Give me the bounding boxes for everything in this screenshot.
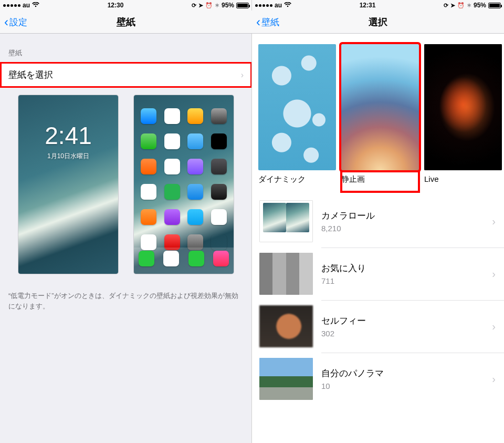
clock: 12:31 — [360, 2, 376, 9]
status-bar: au 12:30 ⟳ ➤ ⏰ ✶ 95% — [0, 0, 252, 11]
alarm-icon: ⏰ — [457, 2, 465, 9]
carrier-label: au — [275, 2, 282, 9]
signal-dots-icon — [255, 4, 272, 7]
wifi-icon — [32, 2, 39, 8]
album-thumb — [259, 358, 313, 400]
orientation-lock-icon: ⟳ — [192, 2, 196, 9]
category-label: Live — [424, 174, 502, 191]
album-name: 自分のパノラマ — [321, 367, 492, 379]
lock-time: 2:41 — [18, 121, 118, 150]
chevron-right-icon: › — [492, 268, 497, 280]
back-button[interactable]: ‹ 設定 — [4, 11, 27, 34]
album-count: 8,210 — [321, 224, 492, 233]
album-count: 711 — [321, 276, 492, 285]
home-dock — [134, 248, 234, 274]
battery-pct: 95% — [222, 2, 234, 9]
nav-bar: ‹ 壁紙 選択 — [252, 11, 504, 34]
album-name: お気に入り — [321, 262, 492, 274]
album-list: カメラロール 8,210 › お気に入り 711 › セルフィー 302 — [252, 195, 504, 405]
album-count: 10 — [321, 382, 492, 390]
album-panoramas[interactable]: 自分のパノラマ 10 › — [252, 353, 504, 405]
section-header: 壁紙 — [0, 34, 252, 62]
screen-wallpaper-settings: au 12:30 ⟳ ➤ ⏰ ✶ 95% ‹ 設定 壁紙 壁紙 — [0, 0, 252, 443]
screen-wallpaper-picker: au 12:31 ⟳ ➤ ⏰ ✶ 95% ‹ 壁紙 選択 — [252, 0, 504, 443]
choose-wallpaper-cell[interactable]: 壁紙を選択 › — [0, 62, 252, 88]
wallpaper-categories: ダイナミック 静止画 Live — [252, 34, 504, 195]
chevron-left-icon: ‹ — [4, 16, 8, 28]
page-title: 選択 — [369, 16, 387, 28]
category-thumb — [258, 44, 336, 170]
home-screen-preview[interactable] — [134, 95, 234, 274]
page-title: 壁紙 — [117, 16, 135, 28]
album-name: カメラロール — [321, 210, 492, 222]
album-selfies[interactable]: セルフィー 302 › — [252, 300, 504, 353]
alarm-icon: ⏰ — [205, 2, 213, 9]
clock: 12:30 — [108, 2, 124, 9]
album-name: セルフィー — [321, 315, 492, 327]
wifi-icon — [284, 2, 291, 8]
category-thumb — [341, 44, 419, 170]
album-thumb — [259, 305, 313, 347]
category-still[interactable]: 静止画 — [341, 44, 419, 192]
nav-bar: ‹ 設定 壁紙 — [0, 11, 252, 34]
chevron-right-icon: › — [492, 321, 497, 333]
low-power-footnote: “低電力モード”がオンのときは、ダイナミックの壁紙および視差効果が無効になります… — [0, 286, 252, 315]
album-favorites[interactable]: お気に入り 711 › — [252, 248, 504, 300]
wallpaper-preview-area: 2:41 1月10日水曜日 — [0, 88, 252, 286]
bluetooth-icon: ✶ — [215, 2, 219, 9]
album-thumb — [259, 200, 313, 242]
battery-pct: 95% — [474, 2, 486, 9]
back-button[interactable]: ‹ 壁紙 — [256, 11, 279, 34]
location-icon: ➤ — [450, 2, 455, 9]
bluetooth-icon: ✶ — [467, 2, 471, 9]
category-label: 静止画 — [341, 174, 419, 192]
album-camera-roll[interactable]: カメラロール 8,210 › — [252, 195, 504, 248]
battery-icon — [236, 3, 249, 8]
category-label: ダイナミック — [258, 174, 336, 192]
lock-screen-preview[interactable]: 2:41 1月10日水曜日 — [18, 95, 118, 274]
battery-icon — [488, 3, 501, 8]
lock-date: 1月10日水曜日 — [18, 152, 118, 161]
status-bar: au 12:31 ⟳ ➤ ⏰ ✶ 95% — [252, 0, 504, 11]
chevron-right-icon: › — [492, 373, 497, 385]
category-live[interactable]: Live — [424, 44, 502, 192]
chevron-left-icon: ‹ — [256, 16, 260, 28]
chevron-right-icon: › — [492, 215, 497, 228]
chevron-right-icon: › — [241, 70, 244, 80]
orientation-lock-icon: ⟳ — [444, 2, 448, 9]
choose-wallpaper-label: 壁紙を選択 — [8, 69, 53, 81]
home-app-grid — [139, 106, 228, 248]
back-label: 設定 — [9, 16, 27, 28]
album-thumb — [259, 253, 313, 295]
back-label: 壁紙 — [261, 16, 279, 28]
carrier-label: au — [23, 2, 30, 9]
signal-dots-icon — [3, 4, 20, 7]
location-icon: ➤ — [198, 2, 203, 9]
category-thumb — [424, 44, 502, 170]
album-count: 302 — [321, 329, 492, 338]
category-dynamic[interactable]: ダイナミック — [258, 44, 336, 192]
